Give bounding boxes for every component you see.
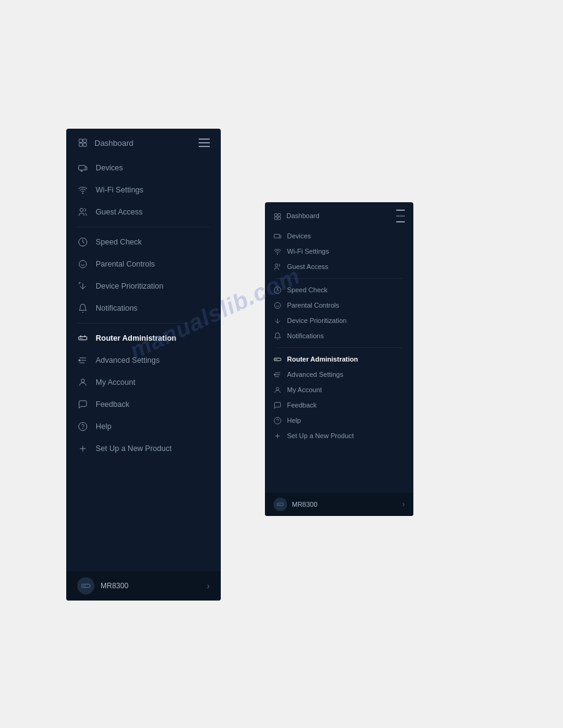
nav-item-priority[interactable]: Device Prioritization: [66, 275, 221, 297]
speed-icon-small: [274, 286, 282, 294]
setup-icon: [77, 443, 88, 454]
router-admin-icon: [77, 333, 88, 344]
nav-item-notifications-small[interactable]: Notifications: [265, 328, 413, 344]
nav-item-guest-small[interactable]: Guest Access: [265, 259, 413, 275]
svg-point-38: [275, 302, 281, 308]
wifi-label: Wi-Fi Settings: [96, 186, 144, 194]
dashboard-item[interactable]: Dashboard: [77, 137, 134, 148]
guest-label: Guest Access: [96, 208, 142, 216]
advanced-label-small: Advanced Settings: [287, 371, 343, 378]
nav-item-account-small[interactable]: My Account: [265, 382, 413, 398]
nav-item-devices-small[interactable]: Devices: [265, 229, 413, 244]
notifications-label: Notifications: [96, 304, 137, 313]
chevron-right-small: ›: [402, 500, 405, 509]
nav-item-devices[interactable]: Devices: [66, 157, 221, 179]
setup-icon-small: [274, 432, 282, 440]
nav-item-parental-small[interactable]: Parental Controls: [265, 298, 413, 313]
nav-list-small: Devices Wi-Fi Settings Guest Access Spee…: [265, 226, 413, 446]
speed-label: Speed Check: [96, 238, 142, 246]
router-admin-label-small: Router Administration: [287, 355, 358, 363]
nav-item-help[interactable]: Help: [66, 415, 221, 438]
devices-label: Devices: [96, 164, 123, 172]
svg-point-21: [79, 360, 80, 362]
nav-item-account[interactable]: My Account: [66, 371, 221, 393]
dashboard-label: Dashboard: [94, 138, 134, 148]
small-divider-2: [276, 347, 402, 348]
setup-label: Set Up a New Product: [96, 444, 172, 453]
dashboard-item-small[interactable]: Dashboard: [274, 212, 320, 220]
feedback-label-small: Feedback: [287, 401, 316, 409]
device-name-small: MR8300: [292, 501, 397, 508]
nav-item-wifi-small[interactable]: Wi-Fi Settings: [265, 244, 413, 259]
nav-item-router-admin-small[interactable]: Router Administration: [265, 352, 413, 367]
dashboard-icon: [77, 137, 88, 148]
priority-label-small: Device Prioritization: [287, 317, 347, 324]
svg-rect-33: [278, 217, 280, 219]
feedback-icon-small: [274, 401, 282, 409]
nav-item-help-small[interactable]: Help: [265, 413, 413, 428]
nav-item-guest[interactable]: Guest Access: [66, 201, 221, 223]
help-icon-small: [274, 417, 282, 425]
svg-point-48: [274, 417, 281, 424]
nav-item-advanced[interactable]: Advanced Settings: [66, 349, 221, 371]
notifications-label-small: Notifications: [287, 332, 324, 339]
help-icon: [77, 421, 88, 432]
router-avatar-large: [77, 577, 94, 594]
device-footer-large[interactable]: MR8300 ›: [66, 571, 221, 601]
sidebar-header: Dashboard: [66, 129, 221, 152]
speed-icon: [77, 237, 88, 248]
svg-point-47: [276, 387, 278, 390]
hamburger-button-small[interactable]: [396, 208, 405, 224]
svg-rect-34: [274, 234, 280, 238]
devices-label-small: Devices: [287, 232, 311, 240]
svg-point-8: [80, 208, 83, 211]
nav-item-speed[interactable]: Speed Check: [66, 231, 221, 253]
nav-item-feedback-small[interactable]: Feedback: [265, 398, 413, 413]
feedback-icon: [77, 399, 88, 410]
chevron-right-large: ›: [207, 581, 210, 591]
nav-item-notifications[interactable]: Notifications: [66, 297, 221, 319]
priority-icon-small: [274, 317, 282, 325]
notifications-icon: [77, 303, 88, 314]
devices-icon: [77, 162, 88, 173]
parental-label: Parental Controls: [96, 260, 155, 268]
account-label: My Account: [96, 378, 136, 387]
router-admin-label: Router Administration: [96, 334, 176, 343]
nav-item-wifi[interactable]: Wi-Fi Settings: [66, 179, 221, 201]
guest-icon-small: [274, 263, 282, 271]
svg-rect-31: [278, 213, 280, 216]
wifi-label-small: Wi-Fi Settings: [287, 248, 329, 255]
nav-list-large: Devices Wi-Fi Settings Guest Access Spee…: [66, 152, 221, 464]
advanced-label: Advanced Settings: [96, 356, 159, 365]
divider-1: [77, 227, 210, 227]
device-footer-small[interactable]: MR8300 ›: [265, 493, 413, 516]
priority-label: Device Prioritization: [96, 282, 163, 290]
svg-rect-3: [83, 143, 86, 146]
sidebar-small: Dashboard Devices Wi-Fi Settings Guest A…: [265, 202, 413, 516]
hamburger-button[interactable]: [199, 138, 210, 147]
svg-point-10: [79, 260, 86, 268]
notifications-icon-small: [274, 332, 282, 340]
nav-item-router-admin[interactable]: Router Administration: [66, 327, 221, 349]
sidebar-large: Dashboard Devices Wi-Fi Settings Guest A…: [66, 129, 221, 601]
nav-item-setup[interactable]: Set Up a New Product: [66, 438, 221, 460]
priority-icon: [77, 281, 88, 292]
nav-item-priority-small[interactable]: Device Prioritization: [265, 313, 413, 328]
nav-item-speed-small[interactable]: Speed Check: [265, 282, 413, 298]
advanced-icon: [77, 355, 88, 366]
nav-item-parental[interactable]: Parental Controls: [66, 253, 221, 275]
nav-item-advanced-small[interactable]: Advanced Settings: [265, 367, 413, 382]
guest-label-small: Guest Access: [287, 263, 328, 270]
svg-point-46: [274, 374, 275, 375]
svg-rect-30: [275, 213, 277, 216]
parental-icon: [77, 259, 88, 270]
svg-point-22: [81, 379, 84, 382]
dashboard-label-small: Dashboard: [286, 212, 320, 219]
account-icon: [77, 377, 88, 388]
svg-rect-2: [79, 143, 82, 146]
nav-item-setup-small[interactable]: Set Up a New Product: [265, 428, 413, 444]
svg-rect-1: [83, 139, 86, 142]
router-avatar-small: [274, 498, 287, 511]
svg-point-23: [79, 422, 86, 430]
nav-item-feedback[interactable]: Feedback: [66, 393, 221, 415]
